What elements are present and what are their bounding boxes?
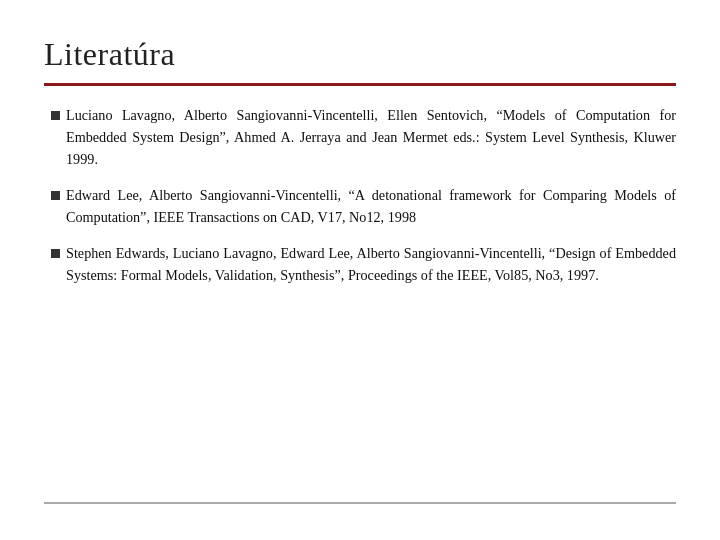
list-item: Edward Lee, Alberto Sangiovanni-Vincente… (44, 184, 676, 228)
slide-title: Literatúra (44, 36, 676, 73)
content-area: Luciano Lavagno, Alberto Sangiovanni-Vin… (44, 104, 676, 502)
bullet-square-icon (51, 111, 60, 120)
bullet-marker-1 (44, 106, 66, 120)
bottom-divider (44, 502, 676, 504)
bullet-square-icon (51, 191, 60, 200)
bullet-square-icon (51, 249, 60, 258)
top-divider (44, 83, 676, 86)
list-item: Stephen Edwards, Luciano Lavagno, Edward… (44, 242, 676, 286)
bullet-text-3: Stephen Edwards, Luciano Lavagno, Edward… (66, 242, 676, 286)
bullet-marker-2 (44, 186, 66, 200)
bullet-marker-3 (44, 244, 66, 258)
bullet-text-2: Edward Lee, Alberto Sangiovanni-Vincente… (66, 184, 676, 228)
slide: Literatúra Luciano Lavagno, Alberto Sang… (0, 0, 720, 540)
list-item: Luciano Lavagno, Alberto Sangiovanni-Vin… (44, 104, 676, 170)
bullet-text-1: Luciano Lavagno, Alberto Sangiovanni-Vin… (66, 104, 676, 170)
